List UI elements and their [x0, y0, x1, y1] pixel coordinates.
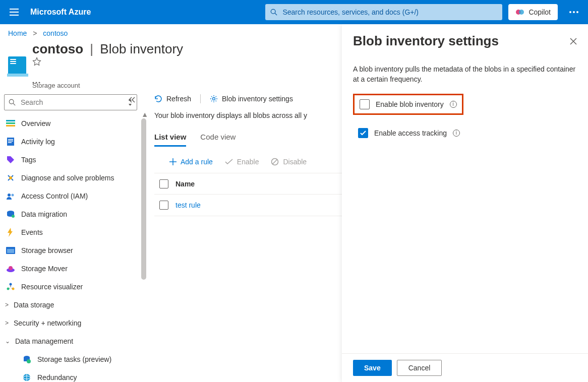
- info-icon[interactable]: i: [450, 101, 457, 108]
- header-more-button[interactable]: [564, 2, 584, 22]
- enable-button[interactable]: Enable: [225, 158, 259, 166]
- log-icon: [6, 137, 15, 146]
- breadcrumb-resource[interactable]: contoso: [43, 29, 68, 37]
- sidebar-item-label: Overview: [21, 119, 50, 128]
- option-enable-tracking: Enable access tracking i: [353, 124, 465, 142]
- browser-icon: [6, 246, 15, 255]
- favorite-button[interactable]: [32, 57, 190, 66]
- tab-code-view[interactable]: Code view: [200, 133, 236, 147]
- sidebar-item-redundancy[interactable]: Redundancy: [4, 368, 137, 382]
- iam-icon: [6, 192, 15, 201]
- search-icon: [270, 9, 277, 16]
- events-icon: [6, 228, 15, 237]
- disable-button[interactable]: Disable: [271, 158, 307, 166]
- sidebar-item-label: Storage tasks (preview): [37, 355, 111, 363]
- enable-tracking-checkbox[interactable]: [358, 128, 368, 138]
- sidebar-item-resource-visualizer[interactable]: Resource visualizer: [4, 278, 137, 296]
- svg-rect-17: [8, 141, 13, 142]
- chevron-down-icon: ⌄: [5, 338, 10, 345]
- sidebar-section-data-management[interactable]: ⌄ Data management: [4, 332, 137, 350]
- svg-rect-13: [6, 122, 15, 124]
- svg-rect-14: [6, 125, 15, 126]
- panel-close-button[interactable]: [570, 38, 577, 45]
- close-icon: [570, 38, 577, 45]
- svg-point-30: [12, 288, 15, 290]
- breadcrumb-home[interactable]: Home: [8, 29, 27, 37]
- svg-point-27: [9, 266, 13, 270]
- panel-description: A blob inventory pulls the metadata of t…: [353, 64, 577, 85]
- enable-label: Enable: [237, 158, 259, 166]
- svg-point-20: [8, 194, 11, 197]
- resource-sidebar: ▲ Overview Activity log Tags Diagnose an…: [0, 90, 139, 382]
- sidebar-item-events[interactable]: Events: [4, 223, 137, 241]
- sidebar-item-overview[interactable]: Overview: [4, 114, 137, 133]
- sidebar-item-iam[interactable]: Access Control (IAM): [4, 187, 137, 205]
- sidebar-item-storage-mover[interactable]: Storage Mover: [4, 260, 137, 278]
- refresh-button[interactable]: Refresh: [154, 95, 191, 103]
- add-rule-button[interactable]: Add a rule: [169, 158, 213, 166]
- sidebar-item-label: Activity log: [21, 138, 55, 146]
- breadcrumb-separator: >: [33, 29, 37, 37]
- sidebar-item-label: Resource visualizer: [21, 283, 83, 291]
- toolbar-divider: [200, 94, 201, 103]
- sidebar-item-activity-log[interactable]: Activity log: [4, 133, 137, 151]
- sidebar-item-label: Storage browser: [21, 246, 73, 254]
- sidebar-item-storage-browser[interactable]: Storage browser: [4, 241, 137, 260]
- enable-tracking-label: Enable access tracking: [374, 129, 447, 137]
- option-enable-inventory: Enable blob inventory i: [353, 94, 463, 115]
- panel-header: Blob inventory settings: [342, 24, 588, 49]
- svg-point-3: [519, 10, 524, 15]
- sidebar-section-data-storage[interactable]: > Data storage: [4, 296, 137, 314]
- save-button[interactable]: Save: [353, 360, 392, 376]
- svg-point-6: [576, 11, 578, 13]
- sidebar-item-diagnose[interactable]: Diagnose and solve problems: [4, 169, 137, 187]
- ellipsis-icon: [569, 11, 578, 13]
- svg-rect-18: [8, 142, 12, 143]
- svg-point-28: [10, 283, 12, 286]
- sidebar-item-data-migration[interactable]: Data migration: [4, 205, 137, 223]
- select-all-checkbox[interactable]: [159, 179, 168, 188]
- prohibit-icon: [271, 158, 279, 166]
- cancel-button[interactable]: Cancel: [397, 360, 442, 376]
- copilot-label: Copilot: [528, 8, 551, 16]
- global-header: Microsoft Azure Copilot: [0, 0, 588, 24]
- info-icon[interactable]: i: [453, 130, 460, 137]
- sidebar-section-security-networking[interactable]: > Security + networking: [4, 314, 137, 332]
- sidebar-search-input[interactable]: [20, 98, 124, 107]
- svg-line-1: [275, 13, 277, 15]
- add-rule-label: Add a rule: [181, 158, 213, 166]
- section-name: Blob inventory: [100, 41, 183, 56]
- resource-subtype: Storage account: [32, 82, 190, 89]
- storage-account-icon: [8, 56, 26, 75]
- sidebar-search[interactable]: [4, 94, 137, 110]
- sidebar-section-label: Security + networking: [14, 319, 81, 327]
- sidebar-item-storage-tasks[interactable]: Storage tasks (preview): [4, 350, 137, 368]
- chevron-right-icon: >: [5, 301, 9, 308]
- chevron-double-left-icon: [128, 96, 135, 103]
- svg-line-11: [13, 103, 15, 105]
- sidebar-collapse-button[interactable]: [128, 96, 135, 103]
- settings-button[interactable]: Blob inventory settings: [210, 95, 293, 103]
- chevron-right-icon: >: [5, 320, 9, 327]
- svg-rect-16: [8, 139, 13, 140]
- svg-rect-25: [7, 249, 14, 253]
- row-checkbox[interactable]: [159, 201, 168, 210]
- panel-title: Blob inventory settings: [353, 33, 499, 49]
- redundancy-icon: [22, 373, 31, 382]
- rule-name-link[interactable]: test rule: [175, 201, 201, 209]
- global-search-input[interactable]: [281, 8, 497, 17]
- global-search[interactable]: [265, 4, 502, 20]
- hamburger-menu[interactable]: [4, 2, 24, 22]
- tab-list-view[interactable]: List view: [154, 133, 186, 147]
- sidebar-item-tags[interactable]: Tags: [4, 151, 137, 169]
- migration-icon: [6, 210, 15, 219]
- enable-inventory-checkbox[interactable]: [360, 99, 370, 109]
- svg-rect-15: [7, 138, 14, 146]
- sidebar-item-label: Redundancy: [37, 373, 77, 381]
- sidebar-item-label: Access Control (IAM): [21, 192, 88, 200]
- svg-line-38: [273, 160, 277, 164]
- copilot-button[interactable]: Copilot: [508, 4, 558, 20]
- svg-point-33: [27, 359, 31, 363]
- svg-point-10: [9, 99, 14, 104]
- copilot-icon: [515, 8, 524, 17]
